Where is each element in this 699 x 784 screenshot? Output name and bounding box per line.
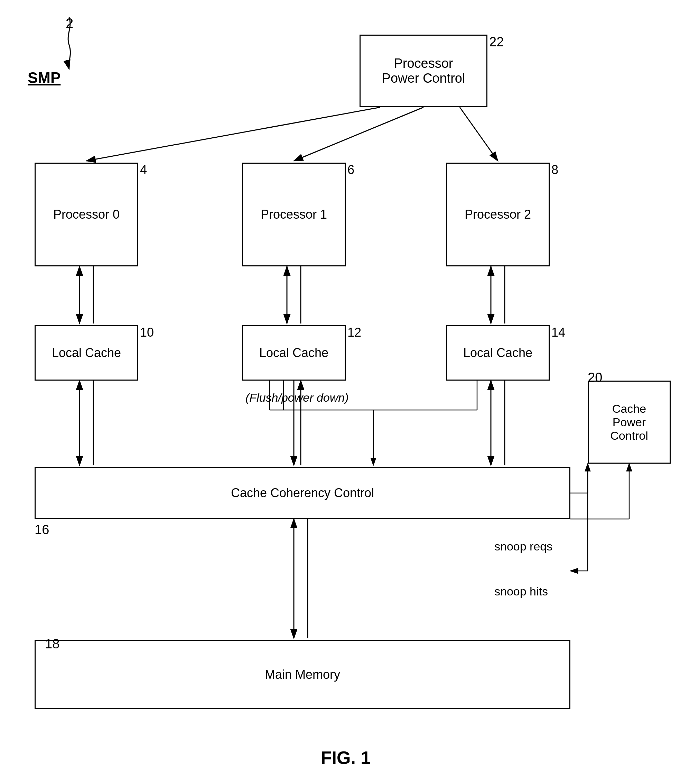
local-cache-0-label: Local Cache [52,345,121,360]
svg-line-5 [460,107,498,161]
local-cache-0-box: Local Cache [35,325,138,380]
cache-coherency-label: Cache Coherency Control [231,486,374,500]
ref-12: 12 [348,325,361,340]
processor-power-control-box: Processor Power Control [359,35,487,107]
main-memory-label: Main Memory [265,668,340,682]
cache-coherency-box: Cache Coherency Control [35,467,570,519]
smp-label: SMP [28,69,61,86]
processor-2-label: Processor 2 [465,207,531,222]
processor-1-box: Processor 1 [242,163,346,266]
ref-6: 6 [348,163,354,177]
ref-22: 22 [489,35,504,50]
processor-0-label: Processor 0 [53,207,119,222]
local-cache-2-box: Local Cache [446,325,550,380]
ref-4: 4 [140,163,147,177]
processor-1-label: Processor 1 [261,207,327,222]
svg-line-3 [86,107,380,161]
local-cache-1-box: Local Cache [242,325,346,380]
diagram: SMP 2 Processor Power Control 22 Process… [0,0,699,784]
ref-14: 14 [552,325,565,340]
ref-8: 8 [552,163,558,177]
flush-label: (Flush/power down) [245,391,349,404]
cache-power-control-label: Cache Power Control [610,402,648,442]
ref-18: 18 [45,636,60,651]
ref-20: 20 [588,370,602,385]
processor-power-control-label: Processor Power Control [382,56,465,86]
processor-2-box: Processor 2 [446,163,550,266]
ref-num-2: 2 [66,16,73,31]
processor-0-box: Processor 0 [35,163,138,266]
svg-line-4 [294,107,424,161]
local-cache-2-label: Local Cache [463,345,532,360]
snoop-hits-label: snoop hits [494,585,548,598]
ref-10: 10 [140,325,154,340]
fig-label: FIG. 1 [277,747,415,768]
main-memory-box: Main Memory [35,640,570,709]
cache-power-control-box: Cache Power Control [588,380,671,463]
ref-16: 16 [35,522,49,537]
local-cache-1-label: Local Cache [259,345,328,360]
snoop-reqs-label: snoop reqs [494,540,552,553]
